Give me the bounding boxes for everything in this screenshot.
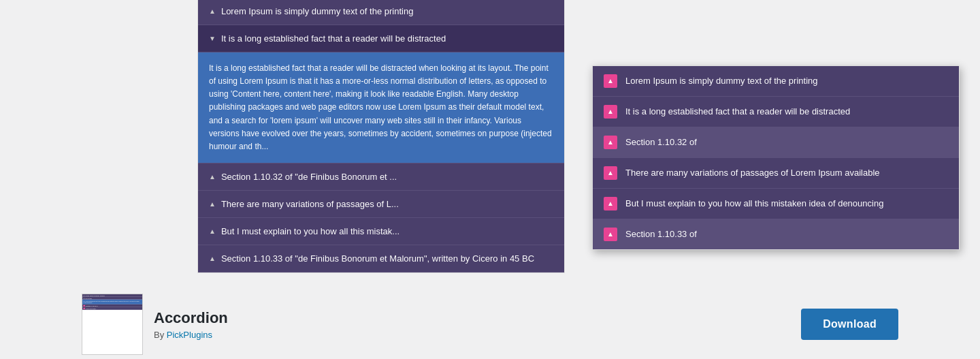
dropdown-item-6[interactable]: ▲ Section 1.10.33 of — [593, 219, 959, 249]
dropdown-label-4: There are many variations of passages of… — [625, 168, 880, 178]
bottom-bar: ▲ Lorem Ipsum is simply dummy ▼ It is a … — [82, 287, 898, 359]
accordion-item-4[interactable]: ▲ There are many variations of passages … — [198, 191, 564, 218]
dropdown-label-6: Section 1.10.33 of — [625, 229, 697, 239]
plugin-byline: By PickPlugins — [154, 330, 228, 340]
dropdown-item-5[interactable]: ▲ But I must explain to you how all this… — [593, 189, 959, 219]
pink-arrow-icon-1: ▲ — [604, 74, 617, 88]
dropdown-label-3: Section 1.10.32 of — [625, 137, 697, 147]
by-label: By — [154, 330, 164, 340]
chevron-up-icon-4: ▲ — [209, 200, 216, 208]
pink-arrow-icon-6: ▲ — [604, 228, 617, 241]
accordion-label-3: Section 1.10.32 of "de Finibus Bonorum e… — [221, 172, 397, 182]
accordion-content-text: It is a long established fact that a rea… — [209, 63, 552, 151]
pink-arrow-icon-4: ▲ — [604, 166, 617, 180]
download-button[interactable]: Download — [801, 309, 898, 340]
right-dropdown-panel: ▲ Lorem Ipsum is simply dummy text of th… — [592, 65, 960, 250]
chevron-up-icon-6: ▲ — [209, 255, 216, 262]
plugin-title: Accordion — [154, 309, 228, 327]
chevron-up-icon-5: ▲ — [209, 228, 216, 235]
preview-area: ▲ Lorem Ipsum is simply dummy text of th… — [197, 0, 783, 273]
accordion-label-1: Lorem Ipsum is simply dummy text of the … — [221, 6, 414, 16]
pink-arrow-icon-3: ▲ — [604, 136, 617, 149]
dropdown-item-1[interactable]: ▲ Lorem Ipsum is simply dummy text of th… — [593, 66, 959, 97]
accordion-item-1[interactable]: ▲ Lorem Ipsum is simply dummy text of th… — [198, 0, 564, 25]
plugin-thumbnail: ▲ Lorem Ipsum is simply dummy ▼ It is a … — [82, 294, 143, 355]
main-container: ▲ Lorem Ipsum is simply dummy text of th… — [0, 0, 980, 359]
plugin-info: ▲ Lorem Ipsum is simply dummy ▼ It is a … — [82, 294, 228, 355]
accordion-label-6: Section 1.10.33 of "de Finibus Bonorum e… — [221, 253, 534, 264]
dropdown-label-1: Lorem Ipsum is simply dummy text of the … — [625, 76, 818, 86]
pink-arrow-icon-2: ▲ — [604, 105, 617, 119]
dropdown-item-2[interactable]: ▲ It is a long established fact that a r… — [593, 97, 959, 127]
dropdown-item-3[interactable]: ▲ Section 1.10.32 of — [593, 127, 959, 158]
accordion-item-5[interactable]: ▲ But I must explain to you how all this… — [198, 218, 564, 245]
dropdown-label-5: But I must explain to you how all this m… — [625, 198, 883, 208]
pink-arrow-icon-5: ▲ — [604, 197, 617, 210]
chevron-down-icon-2: ▼ — [209, 35, 216, 42]
chevron-up-icon-3: ▲ — [209, 173, 216, 181]
author-link[interactable]: PickPlugins — [167, 330, 212, 340]
dropdown-label-2: It is a long established fact that a rea… — [625, 106, 850, 116]
left-accordion-panel: ▲ Lorem Ipsum is simply dummy text of th… — [197, 0, 565, 273]
accordion-label-4: There are many variations of passages of… — [221, 199, 399, 209]
accordion-item-3[interactable]: ▲ Section 1.10.32 of "de Finibus Bonorum… — [198, 163, 564, 191]
accordion-label-5: But I must explain to you how all this m… — [221, 226, 399, 236]
chevron-up-icon-1: ▲ — [209, 7, 216, 15]
accordion-item-2[interactable]: ▼ It is a long established fact that a r… — [198, 25, 564, 52]
plugin-text: Accordion By PickPlugins — [154, 309, 228, 340]
accordion-content: It is a long established fact that a rea… — [198, 52, 564, 163]
accordion-label-2: It is a long established fact that a rea… — [221, 33, 446, 44]
dropdown-item-4[interactable]: ▲ There are many variations of passages … — [593, 158, 959, 189]
accordion-item-6[interactable]: ▲ Section 1.10.33 of "de Finibus Bonorum… — [198, 245, 564, 272]
